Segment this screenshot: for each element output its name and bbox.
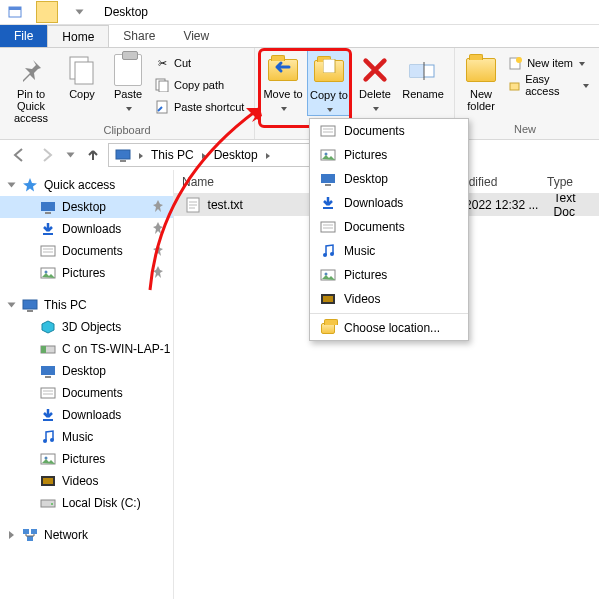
ribbon: Pin to Quick access Copy Paste ✂ Cut xyxy=(0,48,599,140)
address-bar[interactable]: This PC Desktop xyxy=(108,143,318,167)
copy-to-dropdown[interactable]: DocumentsPicturesDesktopDownloadsDocumen… xyxy=(309,118,469,341)
dropdown-item[interactable]: Videos xyxy=(310,287,468,311)
delete-label: Delete xyxy=(359,88,391,100)
dropdown-item[interactable]: Desktop xyxy=(310,167,468,191)
nav-this-pc-child[interactable]: Music xyxy=(0,426,173,448)
nav-forward-button[interactable] xyxy=(34,143,60,167)
nav-item-label: Downloads xyxy=(62,222,121,236)
copy-to-icon xyxy=(313,55,345,87)
paste-icon xyxy=(112,54,144,86)
rename-label: Rename xyxy=(402,88,444,100)
new-item-label: New item xyxy=(527,57,573,69)
paste-button[interactable]: Paste xyxy=(108,50,148,114)
delete-dropdown-icon[interactable] xyxy=(371,102,379,114)
title-bar: Desktop xyxy=(0,0,599,25)
tab-view[interactable]: View xyxy=(169,25,223,47)
nav-up-button[interactable] xyxy=(80,143,106,167)
delete-icon xyxy=(359,54,391,86)
svg-rect-10 xyxy=(410,65,424,77)
copy-path-button[interactable]: Copy path xyxy=(154,74,244,96)
nav-item-icon xyxy=(40,495,56,511)
nav-item-icon xyxy=(40,319,56,335)
move-to-dropdown-icon[interactable] xyxy=(279,102,287,114)
paste-dropdown-icon[interactable] xyxy=(124,102,132,114)
cut-button[interactable]: ✂ Cut xyxy=(154,52,244,74)
move-to-icon xyxy=(267,54,299,86)
nav-this-pc-child[interactable]: C on TS-WIN-LAP-1 xyxy=(0,338,173,360)
nav-this-pc[interactable]: This PC xyxy=(0,294,173,316)
crumb-this-pc[interactable]: This PC xyxy=(151,148,194,162)
svg-rect-55 xyxy=(321,174,335,183)
nav-item-icon xyxy=(40,429,56,445)
nav-quick-access[interactable]: Quick access xyxy=(0,174,173,196)
dropdown-item[interactable]: Documents xyxy=(310,215,468,239)
copy-to-dropdown-icon[interactable] xyxy=(325,103,333,115)
tab-home[interactable]: Home xyxy=(47,25,109,47)
svg-rect-6 xyxy=(159,81,168,92)
system-menu-icon[interactable] xyxy=(0,1,30,24)
nav-quick-access-child[interactable]: Downloads xyxy=(0,218,173,240)
tab-file[interactable]: File xyxy=(0,25,47,47)
nav-this-pc-child[interactable]: 3D Objects xyxy=(0,316,173,338)
downloads-icon xyxy=(320,195,336,211)
dropdown-item[interactable]: Music xyxy=(310,239,468,263)
nav-item-label: Desktop xyxy=(62,200,106,214)
col-type[interactable]: Type xyxy=(539,175,599,189)
easy-access-dropdown-icon[interactable] xyxy=(581,79,589,91)
nav-item-label: Music xyxy=(62,430,93,444)
nav-quick-access-child[interactable]: Pictures xyxy=(0,262,173,284)
nav-this-pc-child[interactable]: Documents xyxy=(0,382,173,404)
dropdown-item[interactable]: Pictures xyxy=(310,143,468,167)
rename-icon xyxy=(407,54,439,86)
paste-shortcut-button[interactable]: Paste shortcut xyxy=(154,96,244,118)
nav-quick-access-child[interactable]: Documents xyxy=(0,240,173,262)
delete-button[interactable]: Delete xyxy=(353,50,397,114)
nav-this-pc-child[interactable]: Pictures xyxy=(0,448,173,470)
copy-path-icon xyxy=(154,77,170,93)
nav-item-icon xyxy=(40,265,56,281)
new-item-dropdown-icon[interactable] xyxy=(577,57,585,69)
nav-back-button[interactable] xyxy=(6,143,32,167)
nav-history-dropdown-icon[interactable] xyxy=(62,143,78,167)
svg-rect-18 xyxy=(45,212,51,214)
window-title: Desktop xyxy=(100,5,148,19)
nav-network[interactable]: Network xyxy=(0,524,173,546)
dropdown-item[interactable]: Documents xyxy=(310,119,468,143)
nav-this-pc-child[interactable]: Downloads xyxy=(0,404,173,426)
tab-share[interactable]: Share xyxy=(109,25,169,47)
qat-folder-icon[interactable] xyxy=(36,1,58,23)
new-item-button[interactable]: New item xyxy=(507,52,589,74)
group-title-clipboard: Clipboard xyxy=(6,124,248,138)
nav-item-label: 3D Objects xyxy=(62,320,121,334)
nav-item-label: C on TS-WIN-LAP-1 xyxy=(62,342,170,356)
copy-to-button[interactable]: Copy to xyxy=(307,50,351,116)
nav-quick-access-child[interactable]: Desktop xyxy=(0,196,173,218)
chevron-down-icon[interactable] xyxy=(6,178,16,192)
dropdown-item[interactable]: Pictures xyxy=(310,263,468,287)
svg-rect-43 xyxy=(23,529,29,534)
dropdown-choose-location[interactable]: Choose location... xyxy=(310,316,468,340)
nav-this-pc-child[interactable]: Local Disk (C:) xyxy=(0,492,173,514)
pin-to-quick-access-button[interactable]: Pin to Quick access xyxy=(6,50,56,124)
new-folder-button[interactable]: New folder xyxy=(461,50,501,112)
network-icon xyxy=(22,527,38,543)
nav-this-pc-child[interactable]: Videos xyxy=(0,470,173,492)
dropdown-separator xyxy=(310,313,468,314)
paste-label: Paste xyxy=(114,88,142,100)
nav-item-label: Local Disk (C:) xyxy=(62,496,141,510)
dropdown-item[interactable]: Downloads xyxy=(310,191,468,215)
copy-button[interactable]: Copy xyxy=(62,50,102,100)
easy-access-button[interactable]: Easy access xyxy=(507,74,589,96)
qat-dropdown-icon[interactable] xyxy=(64,1,94,24)
chevron-right-icon[interactable] xyxy=(6,528,16,542)
pin-icon xyxy=(153,222,163,237)
move-to-button[interactable]: Move to xyxy=(261,50,305,114)
new-item-icon xyxy=(507,55,523,71)
copy-label: Copy xyxy=(69,88,95,100)
copy-path-label: Copy path xyxy=(174,79,224,91)
navigation-pane[interactable]: Quick access DesktopDownloadsDocumentsPi… xyxy=(0,170,174,599)
chevron-down-icon[interactable] xyxy=(6,298,16,312)
rename-button[interactable]: Rename xyxy=(399,50,447,100)
crumb-desktop[interactable]: Desktop xyxy=(214,148,258,162)
nav-this-pc-child[interactable]: Desktop xyxy=(0,360,173,382)
